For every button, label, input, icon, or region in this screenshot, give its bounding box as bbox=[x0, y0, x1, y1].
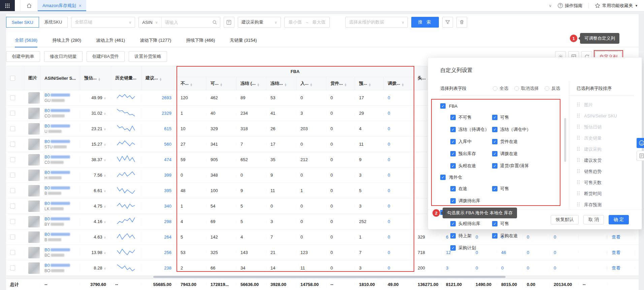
apps-grid-icon[interactable] bbox=[0, 0, 15, 11]
col-header-estimate[interactable]: 预估...▲▼ bbox=[80, 66, 111, 90]
fba-col-header-2[interactable]: 冻结 (...▲▼ bbox=[236, 77, 266, 90]
drag-handle-icon[interactable] bbox=[577, 136, 580, 140]
fba-col-header-7[interactable]: 调拨...▲▼ bbox=[384, 77, 414, 90]
sort-icon[interactable]: ▲▼ bbox=[310, 81, 313, 86]
asin-line1[interactable]: B0 bbox=[44, 201, 80, 206]
drag-handle-icon[interactable] bbox=[577, 102, 580, 107]
row-suggest-cell[interactable]: 615 bbox=[141, 126, 176, 131]
chevron-down-icon[interactable]: ∨ bbox=[104, 127, 106, 131]
field-checkbox-0-3[interactable]: ✓冻结（调仓中） bbox=[492, 123, 534, 136]
asin-line1[interactable]: B0 bbox=[44, 247, 80, 253]
sorted-field-7[interactable]: 可售天数 bbox=[577, 177, 639, 188]
drag-handle-icon[interactable] bbox=[577, 202, 580, 207]
asin-line1[interactable]: B0 bbox=[44, 216, 80, 222]
batch-input-icon[interactable] bbox=[224, 17, 234, 28]
row-checkbox[interactable] bbox=[10, 188, 15, 193]
chevron-down-icon[interactable]: ∨ bbox=[104, 220, 106, 224]
row-suggest-cell[interactable]: 238 bbox=[141, 265, 176, 270]
row-checkbox[interactable] bbox=[10, 219, 15, 224]
reset-default-button[interactable]: 恢复默认 bbox=[551, 215, 579, 224]
chevron-down-icon[interactable]: ∨ bbox=[104, 112, 106, 115]
row-view-link[interactable]: 查看 bbox=[608, 265, 635, 271]
drag-handle-icon[interactable] bbox=[577, 113, 580, 118]
row-suggest-cell[interactable]: 2693 bbox=[141, 95, 176, 100]
sort-icon[interactable]: ▲▼ bbox=[368, 81, 371, 86]
sku-toggle-0[interactable]: Seller SKU bbox=[6, 17, 39, 28]
chevron-down-icon[interactable]: ∨ bbox=[104, 235, 106, 239]
asin-line1[interactable]: B0 bbox=[44, 232, 80, 237]
home-icon[interactable] bbox=[20, 0, 38, 11]
row-suggest-cell[interactable]: 298 bbox=[141, 219, 176, 224]
row-suggest-cell[interactable]: 399 bbox=[141, 173, 176, 178]
asin-line1[interactable]: B0 bbox=[44, 108, 80, 113]
fba-value-cell[interactable]: 0 bbox=[384, 250, 414, 255]
field-checkbox-0-2[interactable]: ✓冻结（待调仓） bbox=[450, 123, 492, 136]
field-checkbox-1-1[interactable]: ✓可售 bbox=[492, 183, 534, 195]
tab-1[interactable]: 持续上升 (280) bbox=[52, 34, 81, 47]
close-icon[interactable]: × bbox=[79, 3, 82, 8]
drag-handle-icon[interactable] bbox=[577, 169, 580, 173]
asin-line1[interactable]: B0 bbox=[44, 185, 80, 191]
row-checkbox[interactable] bbox=[10, 234, 15, 240]
field-checkbox-2-3[interactable]: ✓采购在途 bbox=[492, 230, 534, 242]
drag-handle-icon[interactable] bbox=[577, 124, 580, 129]
chevron-down-icon[interactable]: ∨ bbox=[104, 205, 106, 208]
asin-line1[interactable]: B0 bbox=[44, 170, 80, 175]
col-header-suggest[interactable]: 建议...▲▼ bbox=[141, 66, 176, 90]
asin-line1[interactable]: B0 bbox=[44, 139, 80, 144]
drag-handle-icon[interactable] bbox=[577, 147, 580, 151]
group-checkbox-0[interactable]: ✓FBA bbox=[440, 101, 569, 111]
tab-3[interactable]: 波动下降 (1277) bbox=[140, 34, 171, 47]
group-checkbox-1[interactable]: ✓海外仓 bbox=[440, 172, 569, 183]
field-checkbox-2-2[interactable]: ✓待上架 bbox=[450, 230, 492, 242]
field-checkbox-0-1[interactable]: ✓可售 bbox=[492, 111, 534, 123]
chevron-down-icon[interactable]: ∨ bbox=[104, 158, 106, 162]
tab-5[interactable]: 无销量 (3154) bbox=[230, 34, 257, 47]
fba-value-cell[interactable]: 0 bbox=[384, 188, 414, 193]
sorted-field-8[interactable]: 断货时间 bbox=[577, 188, 639, 199]
fba-col-header-0[interactable]: 不...▲▼ bbox=[176, 77, 206, 90]
metric-select[interactable]: 建议采购量∨ bbox=[238, 17, 281, 28]
sort-icon[interactable]: ▲▼ bbox=[284, 81, 287, 86]
row-checkbox[interactable] bbox=[10, 173, 15, 178]
sort-icon[interactable]: ▲▼ bbox=[257, 81, 260, 86]
drag-handle-icon[interactable] bbox=[577, 180, 580, 184]
chevron-down-icon[interactable]: ∨ bbox=[104, 189, 106, 193]
fba-col-header-3[interactable]: 冻结...▲▼ bbox=[266, 77, 296, 90]
sku-toggle-1[interactable]: 系统SKU bbox=[39, 17, 68, 28]
field-checkbox-1-0[interactable]: ✓在途 bbox=[450, 183, 492, 195]
fba-col-header-1[interactable]: 可...▲▼ bbox=[206, 77, 236, 90]
search-icon[interactable] bbox=[212, 20, 217, 25]
col-header-asin[interactable]: ASIN/Seller S... bbox=[40, 66, 80, 90]
row-checkbox[interactable] bbox=[10, 204, 15, 209]
favorites-menu[interactable]: 常用功能收藏夹 ▼ bbox=[595, 3, 638, 9]
tab-amazon-inventory-planning[interactable]: Amazon库存规划 × bbox=[38, 0, 86, 11]
row-checkbox[interactable] bbox=[10, 111, 15, 116]
chevron-down-icon[interactable]: ∨ bbox=[104, 266, 106, 270]
field-checkbox-0-6[interactable]: ✓预出库存 bbox=[450, 148, 492, 160]
confirm-button[interactable]: 确 定 bbox=[609, 215, 629, 224]
row-suggest-cell[interactable]: 340 bbox=[141, 204, 176, 209]
col-header-history[interactable]: 历史销量... bbox=[111, 66, 141, 90]
sort-icon[interactable]: ▲▼ bbox=[190, 81, 193, 86]
cancel-button[interactable]: 取 消 bbox=[583, 215, 604, 224]
field-checkbox-0-4[interactable]: ✓入库中 bbox=[450, 136, 492, 148]
tab-4[interactable]: 持续下降 (466) bbox=[186, 34, 215, 47]
radio-0[interactable]: 全选 bbox=[493, 85, 508, 92]
action-button-2[interactable]: 创建FBA货件 bbox=[87, 51, 125, 62]
max-value-input[interactable]: 最大值 bbox=[308, 19, 329, 25]
field-checkbox-0-7[interactable]: ✓调拨在途 bbox=[492, 148, 534, 160]
action-button-1[interactable]: 修改日均销量 bbox=[44, 51, 83, 62]
chevron-down-icon[interactable]: ∨ bbox=[549, 3, 552, 8]
customer-service-smiley-icon[interactable] bbox=[637, 138, 644, 148]
sort-icon[interactable]: ▲▼ bbox=[401, 81, 404, 86]
fba-value-cell[interactable]: 0 bbox=[384, 219, 414, 224]
fba-value-cell[interactable]: 0 bbox=[384, 95, 414, 100]
fba-col-header-5[interactable]: 货件...▲▼ bbox=[326, 77, 355, 90]
action-button-3[interactable]: 设置补货策略 bbox=[129, 51, 167, 62]
row-checkbox[interactable] bbox=[10, 126, 15, 131]
row-checkbox[interactable] bbox=[10, 157, 15, 162]
field-checkbox-1-2[interactable]: ✓调拨待出库 bbox=[450, 195, 492, 207]
row-view-link[interactable]: 查看 bbox=[608, 250, 635, 256]
row-suggest-cell[interactable]: 474 bbox=[141, 157, 176, 162]
